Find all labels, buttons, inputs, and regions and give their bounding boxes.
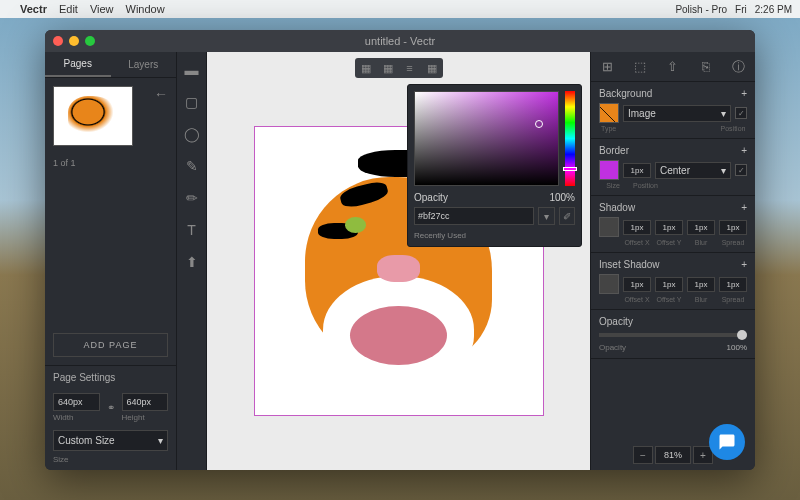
color-gradient-field[interactable] (414, 91, 559, 186)
pen-tool-icon[interactable]: ✎ (182, 156, 202, 176)
export-icon[interactable]: ⇧ (657, 52, 690, 81)
inset-shadow-color-swatch[interactable] (599, 274, 619, 294)
page-thumbnail[interactable] (53, 86, 133, 146)
eyedropper-icon[interactable]: ✐ (559, 207, 576, 225)
align-left-icon[interactable]: ▦ (355, 58, 377, 78)
inset-offsetx-input[interactable] (623, 277, 651, 292)
shadow-title: Shadow (599, 202, 635, 213)
border-size-input[interactable] (623, 163, 651, 178)
pencil-tool-icon[interactable]: ✏ (182, 188, 202, 208)
inset-spread-input[interactable] (719, 277, 747, 292)
link-icon[interactable]: ⎘ (689, 52, 722, 81)
background-swatch[interactable] (599, 103, 619, 123)
traffic-lights (53, 36, 95, 46)
macos-menubar: Vectr Edit View Window Polish - Pro Fri … (0, 0, 800, 18)
add-shadow-icon[interactable]: + (741, 202, 747, 213)
clock-day: Fri (735, 4, 747, 15)
window-title: untitled - Vectr (365, 35, 435, 47)
border-position-dropdown[interactable]: Center▾ (655, 162, 731, 179)
page-count: 1 of 1 (45, 154, 176, 172)
zoom-out-button[interactable]: − (633, 446, 653, 464)
close-button[interactable] (53, 36, 63, 46)
menubar-right: Polish - Pro Fri 2:26 PM (675, 4, 792, 15)
size-dropdown[interactable]: Custom Size ▾ (53, 430, 168, 451)
border-title: Border (599, 145, 629, 156)
grid-icon[interactable]: ⊞ (591, 52, 624, 81)
opacity-readout: 100% (727, 343, 747, 352)
shadow-blur-input[interactable] (687, 220, 715, 235)
hue-slider[interactable] (565, 91, 575, 186)
keyboard-indicator[interactable]: Polish - Pro (675, 4, 727, 15)
menu-view[interactable]: View (90, 3, 114, 15)
chat-support-button[interactable] (709, 424, 745, 460)
chat-icon (718, 433, 736, 451)
height-label: Height (122, 413, 169, 422)
titlebar: untitled - Vectr (45, 30, 755, 52)
page-settings-title: Page Settings (45, 365, 176, 389)
border-visible-checkbox[interactable]: ✓ (735, 164, 747, 176)
back-arrow-icon[interactable]: ← (154, 86, 168, 102)
size-label: Size (45, 455, 176, 470)
zoom-value[interactable]: 81% (655, 446, 691, 464)
tab-pages[interactable]: Pages (45, 52, 111, 77)
inset-shadow-section: Inset Shadow+ Offset XOffset YBlurSpread (591, 253, 755, 310)
shadow-section: Shadow+ Offset XOffset YBlurSpread (591, 196, 755, 253)
right-panel: ⊞ ⬚ ⇧ ⎘ ⓘ Background+ Image▾ ✓ TypePosit… (590, 52, 755, 470)
add-page-button[interactable]: ADD PAGE (53, 333, 168, 357)
background-visible-checkbox[interactable]: ✓ (735, 107, 747, 119)
left-tabs: Pages Layers (45, 52, 176, 78)
border-section: Border+ Center▾ ✓ SizePosition (591, 139, 755, 196)
maximize-button[interactable] (85, 36, 95, 46)
height-input[interactable] (122, 393, 169, 411)
opacity-section: Opacity Opacity 100% (591, 310, 755, 359)
color-picker: Opacity 100% ▾ ✐ Recently Used (407, 84, 582, 247)
add-border-icon[interactable]: + (741, 145, 747, 156)
recently-used-label: Recently Used (414, 231, 575, 240)
opacity-slider[interactable] (599, 333, 747, 337)
menu-edit[interactable]: Edit (59, 3, 78, 15)
border-color-swatch[interactable] (599, 160, 619, 180)
align-right-icon[interactable]: ▦ (421, 58, 443, 78)
shadow-offsety-input[interactable] (655, 220, 683, 235)
inset-shadow-title: Inset Shadow (599, 259, 660, 270)
clock-time: 2:26 PM (755, 4, 792, 15)
inset-offsety-input[interactable] (655, 277, 683, 292)
shadow-offsetx-input[interactable] (623, 220, 651, 235)
info-icon[interactable]: ⓘ (722, 52, 755, 81)
tab-layers[interactable]: Layers (111, 52, 177, 77)
add-inset-shadow-icon[interactable]: + (741, 259, 747, 270)
upload-tool-icon[interactable]: ⬆ (182, 252, 202, 272)
chevron-down-icon: ▾ (158, 435, 163, 446)
menu-window[interactable]: Window (126, 3, 165, 15)
hex-input[interactable] (414, 207, 534, 225)
tool-strip: ▬ ▢ ◯ ✎ ✏ T ⬆ (177, 52, 207, 470)
rectangle-tool-icon[interactable]: ▬ (182, 60, 202, 80)
rounded-rect-tool-icon[interactable]: ▢ (182, 92, 202, 112)
canvas-area[interactable]: ▦ ▦ ≡ ▦ (207, 52, 590, 470)
right-top-toolbar: ⊞ ⬚ ⇧ ⎘ ⓘ (591, 52, 755, 82)
app-name[interactable]: Vectr (20, 3, 47, 15)
chevron-down-icon: ▾ (721, 108, 726, 119)
minimize-button[interactable] (69, 36, 79, 46)
left-panel: Pages Layers ← 1 of 1 ADD PAGE Page Sett… (45, 52, 177, 470)
ellipse-tool-icon[interactable]: ◯ (182, 124, 202, 144)
opacity-value: 100% (549, 192, 575, 203)
width-input[interactable] (53, 393, 100, 411)
chevron-down-icon: ▾ (721, 165, 726, 176)
alignment-toolbar: ▦ ▦ ≡ ▦ (355, 58, 443, 78)
align-distribute-icon[interactable]: ≡ (399, 58, 421, 78)
text-tool-icon[interactable]: T (182, 220, 202, 240)
size-value: Custom Size (58, 435, 115, 446)
arrange-icon[interactable]: ⬚ (624, 52, 657, 81)
shadow-color-swatch[interactable] (599, 217, 619, 237)
background-section: Background+ Image▾ ✓ TypePosition (591, 82, 755, 139)
shadow-spread-input[interactable] (719, 220, 747, 235)
add-background-icon[interactable]: + (741, 88, 747, 99)
align-center-icon[interactable]: ▦ (377, 58, 399, 78)
link-dimensions-icon[interactable]: ⚭ (104, 393, 118, 422)
inset-blur-input[interactable] (687, 277, 715, 292)
opacity-label: Opacity (414, 192, 448, 203)
width-label: Width (53, 413, 100, 422)
hex-dropdown-icon[interactable]: ▾ (538, 207, 555, 225)
background-type-dropdown[interactable]: Image▾ (623, 105, 731, 122)
